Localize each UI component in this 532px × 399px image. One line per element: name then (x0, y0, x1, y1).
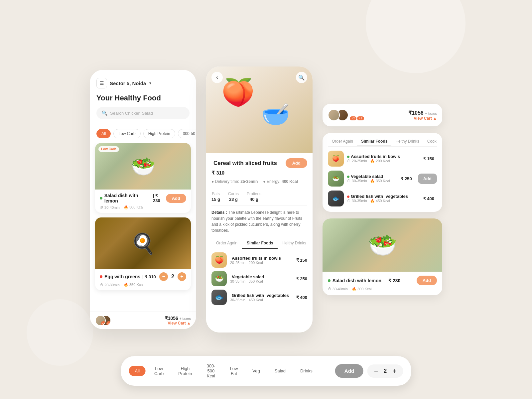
similar-info-2: Vegetable salad 30-35min350 Kcal (230, 274, 293, 283)
detail-description: Details : The ultimate Lebanese delight … (211, 209, 307, 233)
back-button[interactable]: ‹ (211, 72, 223, 83)
bottom-qty-plus[interactable]: + (393, 368, 397, 374)
page-title: Your Healthy Food (96, 94, 190, 102)
food-calories-salad: 🔥 300 Kcal (124, 205, 144, 209)
detail-energy: ● Energy: 400 Kcal (263, 179, 298, 184)
bottom-filter-group: All Low Carb High Protein 300-500 Kcal L… (129, 361, 319, 381)
avatar-badge-1: +2 (101, 321, 106, 326)
fats-value: 15 g (211, 197, 220, 202)
similar-thumb-1: 🍑 (211, 252, 227, 268)
carbs-value: 23 g (229, 197, 238, 202)
right-similar-meta-2: ⏱ 30-35min 🔥 350 Kcal (347, 179, 397, 183)
food-tag-badge: Low Carb (98, 146, 119, 152)
detail-desc-label: Details : (211, 210, 228, 215)
tab-healthy-drinks[interactable]: Helthy Drinks (278, 238, 311, 249)
tab-similar-foods[interactable]: Similar Foods (242, 238, 278, 249)
nutrition-fats: Fats 15 g (211, 192, 220, 202)
bottom-filter-salad[interactable]: Salad (269, 366, 292, 376)
bottom-food-image (323, 218, 442, 272)
cart-avatars: +2 +1 (95, 315, 108, 326)
cart-total: ₹1056 + taxes View Cart ▲ (165, 316, 191, 326)
similar-name-2: Vegetable salad (230, 274, 293, 279)
location-text: Sector 5, Noida (110, 80, 146, 86)
nutrition-proteins: Protiens 40 g (247, 192, 261, 202)
right-similar-info-2: Vegetable salad ⏱ 30-35min 🔥 350 Kcal (347, 174, 397, 183)
right-tabs-row: Order Again Similar Foods Helthy Drinks … (328, 137, 437, 147)
qty-number: 2 (171, 274, 174, 280)
detail-add-button[interactable]: Add (286, 158, 307, 168)
food-price-egg: | ₹ 310 (142, 274, 156, 279)
bottom-filter-low-fat[interactable]: Low Fat (224, 363, 244, 379)
view-cart-btn-right[interactable]: View Cart ▲ (408, 116, 437, 121)
cart-taxes: + taxes (180, 317, 191, 321)
left-phone: ☰ Sector 5, Noida ▾ Your Healthy Food 🔍 … (90, 70, 196, 329)
price-divider (385, 278, 385, 283)
bottom-food-name-row: Salad dish with lemon ₹ 230 Add (328, 276, 437, 285)
bottom-filter-high-protein[interactable]: High Protein (172, 363, 198, 379)
food-meta-egg: ⏱ 20-30min 🔥 350 Kcal (100, 283, 186, 287)
search-input[interactable]: Search Chicken Salad (110, 111, 153, 116)
right-tab-cook[interactable]: Cook (423, 137, 441, 146)
filter-high-protein[interactable]: High Protein (143, 129, 175, 138)
qty-plus-button[interactable]: + (178, 272, 186, 281)
similar-info-1: Assorted fruits in bowls 20-25min200 Kca… (230, 256, 293, 265)
bottom-filter-veg[interactable]: Veg (246, 366, 266, 376)
bottom-filter-low-carb[interactable]: Low Carb (148, 363, 170, 379)
right-thumb-1: 🍑 (328, 151, 344, 167)
search-button[interactable]: 🔍 (296, 72, 307, 83)
middle-phone: ‹ 🔍 Cereal with sliced fruits Add ₹ 310 … (206, 66, 313, 332)
bottom-add-button[interactable]: Add (335, 364, 363, 378)
bottom-food-card: Salad dish with lemon ₹ 230 Add ⏱ 30-40m… (323, 218, 442, 295)
bottom-food-time: ⏱ 30-40min (328, 287, 348, 291)
right-similar-info-3: Grilled fish with vegetables ⏱ 30-35min … (347, 194, 420, 203)
filter-tags: All Low Carb High Protein 300-50 (90, 124, 196, 143)
qty-minus-button[interactable]: − (159, 272, 168, 281)
bottom-filter-drinks[interactable]: Drinks (294, 366, 319, 376)
right-tab-drinks[interactable]: Helthy Drinks (391, 137, 423, 146)
cart-avatar-right-1 (328, 109, 340, 121)
location-bar: ☰ Sector 5, Noida ▾ (96, 78, 190, 88)
bottom-bar: All Low Carb High Protein 300-500 Kcal L… (121, 356, 411, 386)
proteins-label: Protiens (247, 192, 261, 196)
right-similar-name-3: Grilled fish with vegetables (347, 194, 420, 199)
similar-price-1: ₹ 150 (296, 258, 307, 263)
fats-label: Fats (212, 192, 219, 196)
right-similar-meta-1: ⏱ 20-25min 🔥 200 Kcal (347, 159, 420, 163)
food-meta-salad: ⏱ 30-40min 🔥 300 Kcal (100, 205, 186, 209)
bottom-food-info: Salad dish with lemon ₹ 230 Add ⏱ 30-40m… (323, 272, 442, 295)
right-add-btn-2[interactable]: Add (418, 174, 437, 184)
right-similar-item-2: 🥗 Vegetable salad ⏱ 30-35min 🔥 350 Kcal … (328, 171, 437, 187)
food-item-egg: Egg with greens | ₹ 310 − 2 + ⏱ 20-30min… (95, 217, 191, 290)
food-name-row-egg: Egg with greens | ₹ 310 − 2 + (100, 272, 186, 281)
bottom-food-name: Salad dish with lemon ₹ 230 (328, 278, 400, 283)
food-detail-image: ‹ 🔍 (206, 66, 313, 153)
food-calories-egg: 🔥 350 Kcal (124, 283, 144, 287)
bottom-add-btn[interactable]: Add (417, 276, 437, 285)
food-info-salad: Salad dish with lemon | ₹ 230 Add ⏱ 30-4… (95, 190, 191, 213)
food-name-row: Salad dish with lemon | ₹ 230 Add (100, 193, 186, 203)
tab-cook[interactable]: Cook (311, 238, 313, 249)
right-tab-similar[interactable]: Similar Foods (357, 137, 391, 146)
right-tab-order-again[interactable]: Order Again (328, 137, 357, 146)
detail-food-name: Cereal with sliced fruits (211, 160, 277, 167)
right-similar-name-2: Vegetable salad (347, 174, 397, 179)
food-price-salad: | ₹ 230 (153, 193, 166, 203)
right-similar-price-1: ₹ 150 (423, 156, 434, 161)
similar-list: 🍑 Assorted fruits in bowls 20-25min200 K… (211, 252, 307, 305)
filter-calories[interactable]: 300-50 (178, 129, 196, 138)
filter-low-carb[interactable]: Low Carb (113, 129, 140, 138)
carbs-label: Carbs (228, 192, 239, 196)
filter-all[interactable]: All (96, 129, 111, 138)
detail-nav: ‹ 🔍 (206, 72, 313, 83)
proteins-value: 40 g (250, 197, 258, 202)
food-image-salad: Low Carb (95, 143, 191, 190)
bottom-filter-all[interactable]: All (129, 366, 146, 376)
view-cart-link[interactable]: View Cart ▲ (168, 321, 191, 326)
menu-icon[interactable]: ☰ (96, 78, 107, 88)
bottom-food-meta: ⏱ 30-40min 🔥 300 Kcal (328, 287, 437, 291)
tab-order-again[interactable]: Order Again (211, 238, 242, 249)
detail-content: Cereal with sliced fruits Add ₹ 310 ● De… (206, 153, 313, 332)
bottom-qty-minus[interactable]: − (374, 368, 378, 374)
bottom-filter-300-500[interactable]: 300-500 Kcal (200, 361, 221, 381)
add-button-salad[interactable]: Add (166, 194, 186, 203)
